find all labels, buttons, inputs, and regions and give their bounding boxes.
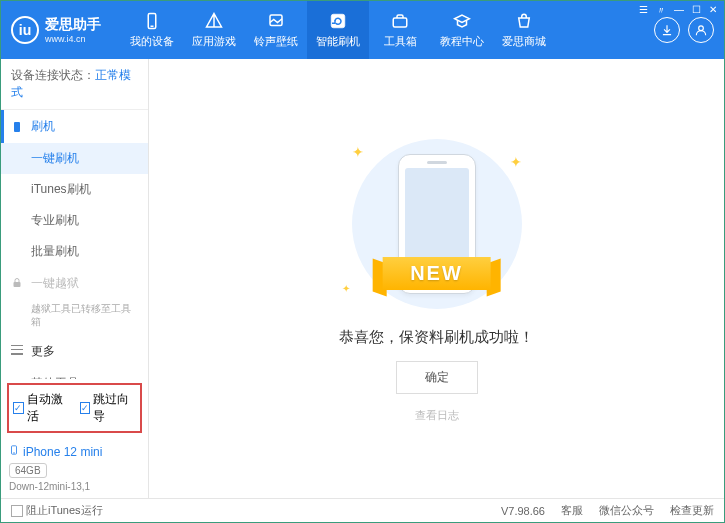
checkbox-icon bbox=[11, 505, 23, 517]
svg-rect-6 bbox=[14, 122, 20, 132]
nav-store[interactable]: 爱思商城 bbox=[493, 1, 555, 59]
sidebar-item-pro-flash[interactable]: 专业刷机 bbox=[1, 205, 148, 236]
sidebar: 设备连接状态：正常模式 刷机 一键刷机 iTunes刷机 专业刷机 批量刷机 一… bbox=[1, 59, 149, 498]
phone-icon bbox=[11, 120, 25, 134]
graduation-icon bbox=[452, 11, 472, 31]
view-log-link[interactable]: 查看日志 bbox=[415, 408, 459, 423]
version-label: V7.98.66 bbox=[501, 505, 545, 517]
sidebar-group-flash[interactable]: 刷机 bbox=[1, 110, 148, 143]
close-icon[interactable]: ✕ bbox=[709, 4, 717, 18]
options-highlight: ✓ 自动激活 ✓ 跳过向导 bbox=[7, 383, 142, 433]
lock-icon bbox=[11, 277, 25, 291]
checkbox-skip-guide[interactable]: ✓ 跳过向导 bbox=[80, 391, 137, 425]
device-icon bbox=[142, 11, 162, 31]
success-illustration: ✦ ✦ ✦ NEW bbox=[322, 134, 552, 314]
hamburger-icon bbox=[11, 345, 25, 359]
nav-apps-games[interactable]: 应用游戏 bbox=[183, 1, 245, 59]
device-info[interactable]: iPhone 12 mini 64GB Down-12mini-13,1 bbox=[1, 437, 148, 498]
nav-toolbox[interactable]: 工具箱 bbox=[369, 1, 431, 59]
svg-rect-4 bbox=[393, 18, 407, 27]
app-title: 爱思助手 bbox=[45, 16, 101, 34]
toolbox-icon bbox=[390, 11, 410, 31]
download-button[interactable] bbox=[654, 17, 680, 43]
logo[interactable]: iu 爱思助手 www.i4.cn bbox=[11, 16, 121, 44]
checkbox-auto-activate[interactable]: ✓ 自动激活 bbox=[13, 391, 70, 425]
nav-ringtones[interactable]: 铃声壁纸 bbox=[245, 1, 307, 59]
device-detail: Down-12mini-13,1 bbox=[9, 481, 140, 492]
checkbox-block-itunes[interactable]: 阻止iTunes运行 bbox=[11, 503, 103, 518]
checkbox-icon: ✓ bbox=[80, 402, 91, 414]
main-content: ✦ ✦ ✦ NEW 恭喜您，保资料刷机成功啦！ 确定 查看日志 bbox=[149, 59, 724, 498]
sidebar-group-more[interactable]: 更多 bbox=[1, 335, 148, 368]
device-name: iPhone 12 mini bbox=[23, 445, 102, 459]
nav-tutorials[interactable]: 教程中心 bbox=[431, 1, 493, 59]
store-icon bbox=[514, 11, 534, 31]
svg-point-5 bbox=[699, 26, 704, 31]
app-url: www.i4.cn bbox=[45, 34, 101, 44]
maximize-icon[interactable]: ☐ bbox=[692, 4, 701, 18]
sidebar-group-jailbreak: 一键越狱 bbox=[1, 267, 148, 300]
minimize-icon[interactable]: — bbox=[674, 4, 684, 18]
sidebar-item-batch-flash[interactable]: 批量刷机 bbox=[1, 236, 148, 267]
user-button[interactable] bbox=[688, 17, 714, 43]
window-controls: ☰ 〃 — ☐ ✕ bbox=[639, 4, 717, 18]
footer-wechat[interactable]: 微信公众号 bbox=[599, 503, 654, 518]
sidebar-item-oneclick-flash[interactable]: 一键刷机 bbox=[1, 143, 148, 174]
window-shrink-icon[interactable]: 〃 bbox=[656, 4, 666, 18]
device-storage: 64GB bbox=[9, 463, 47, 478]
apps-icon bbox=[204, 11, 224, 31]
confirm-button[interactable]: 确定 bbox=[396, 361, 478, 394]
success-message: 恭喜您，保资料刷机成功啦！ bbox=[339, 328, 534, 347]
nav-my-device[interactable]: 我的设备 bbox=[121, 1, 183, 59]
svg-rect-3 bbox=[331, 14, 345, 28]
menu-icon[interactable]: ☰ bbox=[639, 4, 648, 18]
device-phone-icon bbox=[9, 443, 19, 460]
svg-rect-7 bbox=[14, 282, 21, 287]
header: iu 爱思助手 www.i4.cn 我的设备 应用游戏 铃声壁纸 智能刷机 工具… bbox=[1, 1, 724, 59]
device-status: 设备连接状态：正常模式 bbox=[1, 59, 148, 110]
logo-icon: iu bbox=[11, 16, 39, 44]
footer-update[interactable]: 检查更新 bbox=[670, 503, 714, 518]
footer: 阻止iTunes运行 V7.98.66 客服 微信公众号 检查更新 bbox=[1, 498, 724, 522]
nav-smart-flash[interactable]: 智能刷机 bbox=[307, 1, 369, 59]
checkbox-icon: ✓ bbox=[13, 402, 24, 414]
top-nav: 我的设备 应用游戏 铃声壁纸 智能刷机 工具箱 教程中心 爱思商城 bbox=[121, 1, 654, 59]
footer-service[interactable]: 客服 bbox=[561, 503, 583, 518]
new-badge: NEW bbox=[382, 257, 491, 290]
wallpaper-icon bbox=[266, 11, 286, 31]
sidebar-item-other-tools[interactable]: 其他工具 bbox=[1, 368, 148, 379]
refresh-icon bbox=[328, 11, 348, 31]
jailbreak-note: 越狱工具已转移至工具箱 bbox=[1, 300, 148, 335]
sidebar-item-itunes-flash[interactable]: iTunes刷机 bbox=[1, 174, 148, 205]
